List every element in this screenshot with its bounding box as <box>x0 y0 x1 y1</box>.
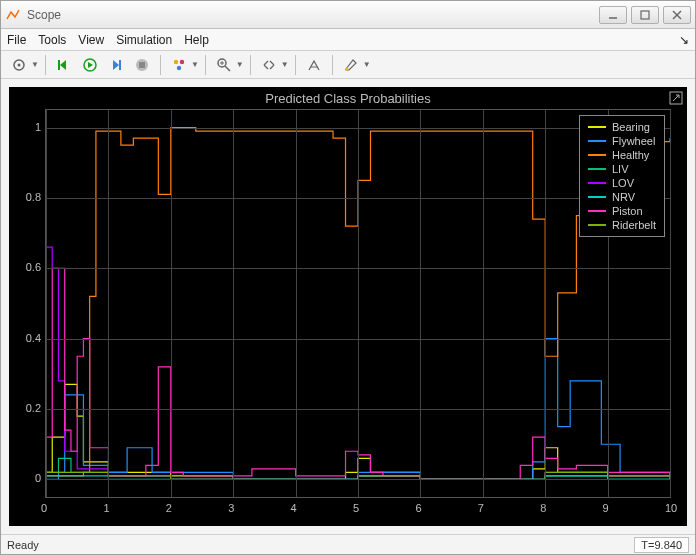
legend-item-lov[interactable]: LOV <box>588 176 656 190</box>
svg-rect-1 <box>641 11 649 19</box>
y-tick: 0.6 <box>26 261 41 273</box>
legend-item-flywheel[interactable]: Flywheel <box>588 134 656 148</box>
legend[interactable]: BearingFlywheelHealthyLIVLOVNRVPistonRid… <box>579 115 665 237</box>
legend-label: Piston <box>612 204 643 218</box>
titlebar: Scope <box>1 1 695 29</box>
legend-swatch <box>588 210 606 212</box>
menubar: File Tools View Simulation Help ↘ <box>1 29 695 51</box>
menu-view[interactable]: View <box>78 33 104 47</box>
maximize-button[interactable] <box>631 6 659 24</box>
restore-layout-icon[interactable] <box>669 91 683 108</box>
y-tick: 1 <box>35 121 41 133</box>
legend-item-liv[interactable]: LIV <box>588 162 656 176</box>
y-tick: 0.4 <box>26 332 41 344</box>
step-back-button[interactable] <box>52 54 76 76</box>
x-tick: 3 <box>228 502 234 514</box>
legend-swatch <box>588 224 606 226</box>
autoscale-button[interactable] <box>257 54 281 76</box>
legend-swatch <box>588 196 606 198</box>
close-button[interactable] <box>663 6 691 24</box>
plot-area: Predicted Class Probabilities BearingFly… <box>1 79 695 534</box>
x-tick: 10 <box>665 502 677 514</box>
svg-point-5 <box>18 63 21 66</box>
menu-help[interactable]: Help <box>184 33 209 47</box>
app-icon <box>5 7 21 23</box>
chevron-down-icon[interactable]: ▼ <box>191 60 199 69</box>
legend-swatch <box>588 140 606 142</box>
legend-label: Flywheel <box>612 134 655 148</box>
legend-swatch <box>588 182 606 184</box>
measurements-button[interactable] <box>302 54 326 76</box>
chevron-down-icon[interactable]: ▼ <box>31 60 39 69</box>
legend-label: Riderbelt <box>612 218 656 232</box>
statusbar: Ready T=9.840 <box>1 534 695 554</box>
toolbar: ▼ ▼ ▼ ▼ ▼ <box>1 51 695 79</box>
menu-tools[interactable]: Tools <box>38 33 66 47</box>
svg-point-11 <box>174 59 178 63</box>
chevron-down-icon[interactable]: ▼ <box>236 60 244 69</box>
y-tick: 0.8 <box>26 191 41 203</box>
legend-item-bearing[interactable]: Bearing <box>588 120 656 134</box>
triggers-button[interactable] <box>167 54 191 76</box>
svg-rect-8 <box>119 60 121 70</box>
legend-label: NRV <box>612 190 635 204</box>
window-title: Scope <box>27 8 599 22</box>
legend-label: Bearing <box>612 120 650 134</box>
status-ready: Ready <box>7 539 39 551</box>
x-tick: 0 <box>41 502 47 514</box>
legend-label: LIV <box>612 162 629 176</box>
x-tick: 6 <box>415 502 421 514</box>
svg-point-13 <box>177 65 181 69</box>
stop-button[interactable] <box>130 54 154 76</box>
plot-box[interactable] <box>45 109 671 498</box>
svg-line-15 <box>225 66 230 71</box>
svg-rect-10 <box>139 62 145 68</box>
legend-swatch <box>588 168 606 170</box>
config-button[interactable] <box>7 54 31 76</box>
legend-item-healthy[interactable]: Healthy <box>588 148 656 162</box>
menu-simulation[interactable]: Simulation <box>116 33 172 47</box>
y-tick: 0.2 <box>26 402 41 414</box>
x-tick: 7 <box>478 502 484 514</box>
highlight-button[interactable] <box>339 54 363 76</box>
x-tick: 8 <box>540 502 546 514</box>
y-tick: 0 <box>35 472 41 484</box>
x-tick: 2 <box>166 502 172 514</box>
legend-label: LOV <box>612 176 634 190</box>
legend-item-nrv[interactable]: NRV <box>588 190 656 204</box>
scope-panel: Predicted Class Probabilities BearingFly… <box>9 87 687 526</box>
x-tick: 9 <box>603 502 609 514</box>
x-tick: 4 <box>291 502 297 514</box>
run-button[interactable] <box>78 54 102 76</box>
chevron-down-icon[interactable]: ▼ <box>281 60 289 69</box>
chart-title: Predicted Class Probabilities <box>9 91 687 106</box>
minimize-button[interactable] <box>599 6 627 24</box>
svg-point-12 <box>180 59 184 63</box>
legend-swatch <box>588 154 606 156</box>
x-tick: 5 <box>353 502 359 514</box>
legend-item-riderbelt[interactable]: Riderbelt <box>588 218 656 232</box>
svg-rect-6 <box>58 60 60 70</box>
step-forward-button[interactable] <box>104 54 128 76</box>
legend-item-piston[interactable]: Piston <box>588 204 656 218</box>
legend-swatch <box>588 126 606 128</box>
chevron-down-icon[interactable]: ▼ <box>363 60 371 69</box>
menu-file[interactable]: File <box>7 33 26 47</box>
legend-label: Healthy <box>612 148 649 162</box>
undock-icon[interactable]: ↘ <box>679 33 689 47</box>
status-time: T=9.840 <box>634 537 689 553</box>
zoom-button[interactable] <box>212 54 236 76</box>
x-tick: 1 <box>103 502 109 514</box>
